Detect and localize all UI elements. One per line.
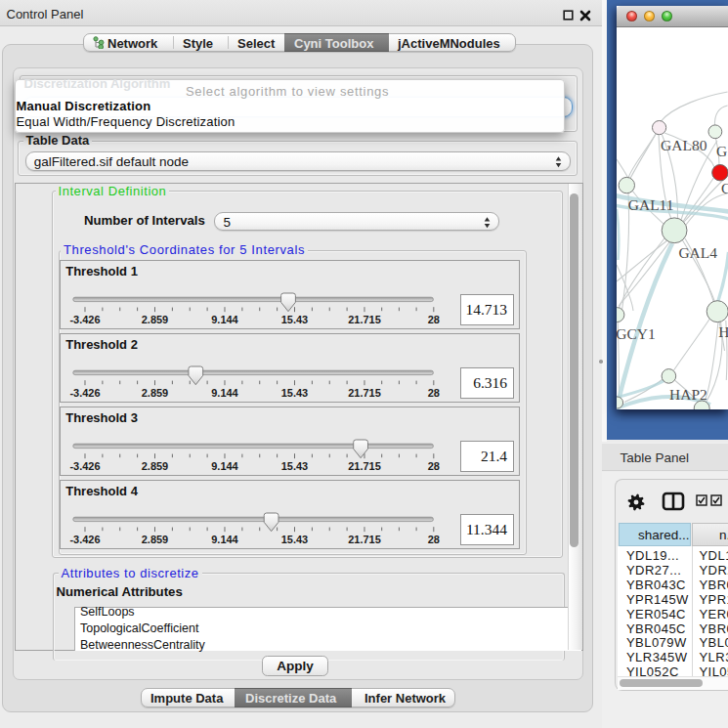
svg-text:-3.426: -3.426: [70, 461, 101, 473]
svg-text:GAL11: GAL11: [628, 195, 674, 212]
svg-text:G.: G.: [716, 143, 728, 159]
svg-text:28: 28: [428, 388, 440, 400]
svg-text:H: H: [719, 323, 728, 340]
svg-text:28: 28: [428, 461, 440, 473]
svg-text:2.859: 2.859: [142, 461, 169, 473]
svg-text:28: 28: [428, 315, 440, 326]
svg-text:9.144: 9.144: [211, 535, 238, 546]
svg-text:21.715: 21.715: [348, 315, 381, 326]
svg-text:-3.426: -3.426: [70, 388, 101, 400]
svg-text:GAL80: GAL80: [661, 136, 707, 152]
svg-text:2.859: 2.859: [142, 388, 169, 400]
svg-text:-3.426: -3.426: [70, 315, 101, 326]
svg-text:9.144: 9.144: [211, 461, 238, 473]
svg-text:GCY1: GCY1: [617, 324, 656, 341]
svg-text:15.43: 15.43: [281, 461, 309, 473]
svg-text:2.859: 2.859: [142, 315, 169, 326]
svg-text:21.715: 21.715: [348, 388, 381, 400]
svg-text:15.43: 15.43: [281, 315, 309, 326]
svg-text:21.715: 21.715: [348, 535, 381, 546]
svg-text:9.144: 9.144: [211, 315, 238, 326]
svg-text:15.43: 15.43: [281, 388, 309, 400]
svg-text:GAL4: GAL4: [679, 244, 718, 261]
svg-text:HAP2: HAP2: [669, 386, 707, 403]
svg-text:21.715: 21.715: [348, 461, 381, 473]
svg-text:C: C: [721, 180, 728, 196]
svg-text:2.859: 2.859: [142, 535, 169, 546]
svg-text:28: 28: [428, 535, 440, 546]
svg-text:9.144: 9.144: [211, 388, 238, 400]
svg-text:-3.426: -3.426: [70, 535, 101, 546]
svg-text:15.43: 15.43: [281, 535, 309, 546]
